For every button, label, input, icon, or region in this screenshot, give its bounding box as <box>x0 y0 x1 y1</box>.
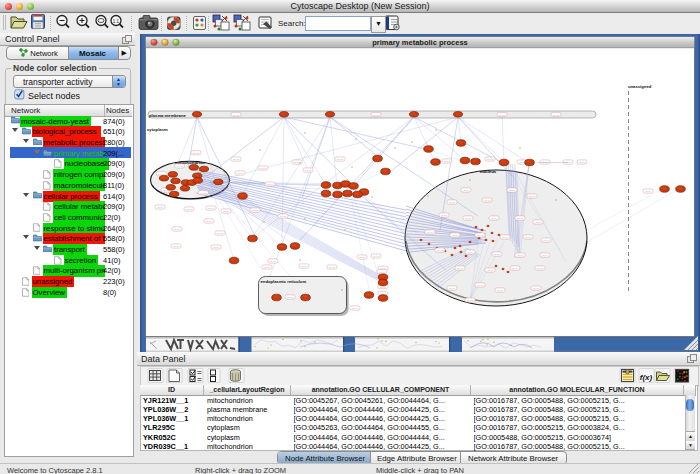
svg-text:(xx xxxx)(xx xxxxxx)(xx xxxx): (xx xxxx)(xx xxxxxx)(xx xxxx) <box>537 161 568 164</box>
svg-text:(xx xx): (xx xx) <box>237 172 244 174</box>
svg-text:(xx xx): (xx xx) <box>200 192 207 194</box>
svg-text:(xx xx): (xx xx) <box>487 158 494 160</box>
svg-text:(xx xx): (xx xx) <box>553 114 560 116</box>
svg-text:(xx xx): (xx xx) <box>252 209 259 211</box>
svg-text:(xx xx): (xx xx) <box>533 287 540 289</box>
svg-text:(xx xx): (xx xx) <box>223 210 230 212</box>
svg-text:(xx xx): (xx xx) <box>487 269 494 271</box>
svg-text:(xx xx): (xx xx) <box>208 207 215 209</box>
svg-text:(xx xx): (xx xx) <box>193 152 200 154</box>
svg-text:(xx xx): (xx xx) <box>467 299 474 301</box>
svg-text:(xx xx): (xx xx) <box>517 217 524 219</box>
svg-text:(xx xx): (xx xx) <box>467 251 474 253</box>
svg-text:(xx xx): (xx xx) <box>267 183 274 185</box>
svg-text:f(x): f(x) <box>640 373 653 382</box>
svg-text:(xx xx): (xx xx) <box>537 267 544 269</box>
svg-text:(xx xx): (xx xx) <box>509 189 516 191</box>
svg-text:(xx xx): (xx xx) <box>477 234 484 236</box>
svg-text:(xx xx): (xx xx) <box>264 266 271 268</box>
svg-text:(xx xx): (xx xx) <box>427 231 434 233</box>
svg-text:(xx xx): (xx xx) <box>260 167 267 169</box>
svg-text:(xx xx): (xx xx) <box>497 289 504 291</box>
svg-text:(xx xx): (xx xx) <box>380 293 387 295</box>
svg-text:(xx xx): (xx xx) <box>337 158 344 160</box>
svg-text:(xx xx): (xx xx) <box>287 296 294 298</box>
svg-text:(xx xx): (xx xx) <box>444 160 451 162</box>
svg-text:plasma membrane: plasma membrane <box>149 113 186 118</box>
svg-text:(xx xx): (xx xx) <box>233 158 240 160</box>
svg-text:(xx xx): (xx xx) <box>379 271 386 273</box>
svg-text:(xx xx): (xx xx) <box>186 208 193 210</box>
svg-text:(xx xx): (xx xx) <box>217 232 224 234</box>
svg-text:(xx xx): (xx xx) <box>529 195 536 197</box>
svg-text:(xx xx): (xx xx) <box>517 254 524 256</box>
svg-text:(xx xx): (xx xx) <box>494 253 501 255</box>
svg-text:(xx xx): (xx xx) <box>525 236 532 238</box>
svg-text:(xx xx): (xx xx) <box>352 307 359 309</box>
svg-text:(xx xx): (xx xx) <box>543 239 550 241</box>
svg-text:nucleus: nucleus <box>480 169 497 174</box>
svg-text:(xx xx): (xx xx) <box>484 199 491 201</box>
svg-text:(xx xx): (xx xx) <box>305 169 312 171</box>
svg-text:(xx xx): (xx xx) <box>176 165 183 167</box>
svg-text:(xx xx): (xx xx) <box>463 189 470 191</box>
svg-text:(xx xx): (xx xx) <box>380 267 387 269</box>
svg-text:(xx xx): (xx xx) <box>449 201 456 203</box>
svg-text:(xx xx): (xx xx) <box>270 260 277 262</box>
svg-text:(xx xx): (xx xx) <box>457 267 464 269</box>
svg-text:endoplasmic reticulum: endoplasmic reticulum <box>261 279 307 284</box>
svg-text:(xx xx): (xx xx) <box>373 255 380 257</box>
svg-text:(xx xx): (xx xx) <box>213 246 220 248</box>
svg-text:(xx xx): (xx xx) <box>502 236 509 238</box>
svg-text:(xx xx): (xx xx) <box>452 234 459 236</box>
svg-text:(xx xx): (xx xx) <box>301 265 308 267</box>
svg-text:(xx xx): (xx xx) <box>329 266 336 268</box>
svg-text:(xx xx): (xx xx) <box>542 254 549 256</box>
svg-text:(xx xx): (xx xx) <box>157 206 164 208</box>
svg-text:unassigned: unassigned <box>628 84 652 89</box>
svg-text:1:1: 1:1 <box>113 19 120 24</box>
svg-text:(xx xx): (xx xx) <box>359 256 366 258</box>
svg-text:(xx xx): (xx xx) <box>233 114 240 116</box>
svg-text:(xx xx): (xx xx) <box>465 217 472 219</box>
svg-text:(xx xx): (xx xx) <box>512 267 519 269</box>
svg-text:(xx xx): (xx xx) <box>206 220 213 222</box>
svg-text:primary metabolic process: primary metabolic process <box>372 38 467 47</box>
svg-text:(xx xx): (xx xx) <box>173 245 180 247</box>
svg-text:(xx xx): (xx xx) <box>535 221 542 223</box>
svg-text:(xx xx): (xx xx) <box>174 228 181 230</box>
svg-text:(xx xx): (xx xx) <box>645 190 652 192</box>
svg-text:(xx xx): (xx xx) <box>437 249 444 251</box>
svg-text:(xx xx): (xx xx) <box>499 114 506 116</box>
svg-text:(xx xx): (xx xx) <box>579 161 586 163</box>
svg-text:(xx xx): (xx xx) <box>441 214 448 216</box>
svg-text:(xx xx): (xx xx) <box>373 114 380 116</box>
svg-text:(xx xx): (xx xx) <box>280 215 287 217</box>
svg-text:(xx xx): (xx xx) <box>491 217 498 219</box>
svg-text:(xx xx): (xx xx) <box>477 284 484 286</box>
svg-text:cytoplasm: cytoplasm <box>147 127 168 132</box>
svg-text:(xx xx): (xx xx) <box>158 173 165 175</box>
svg-text:(xx xx): (xx xx) <box>449 287 456 289</box>
